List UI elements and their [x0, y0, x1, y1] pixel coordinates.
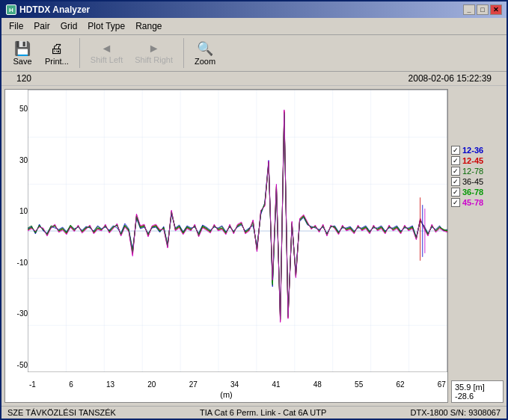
print-label: Print...	[45, 57, 69, 66]
x-label-6: 6	[69, 380, 73, 389]
status-bar: SZE TÁVKÖZLÉSI TANSZÉK TIA Cat 6 Perm. L…	[1, 406, 507, 419]
legend-item-12-78: ✓ 12-78	[451, 167, 504, 176]
toolbar-separator-2	[183, 38, 184, 68]
coord-display: 35.9 [m] -28.6	[451, 380, 504, 403]
plot-container: HDTDX Analyzer 50 30 10 -10 -30 -50	[4, 89, 504, 403]
legend-cb-12-36[interactable]: ✓	[451, 146, 460, 155]
save-label: Save	[13, 57, 31, 66]
shift-left-label: Shift Left	[91, 55, 123, 64]
legend-label-12-45: 12-45	[462, 156, 483, 165]
x-label-34: 34	[230, 380, 239, 389]
x-label-48: 48	[313, 380, 322, 389]
zoom-label: Zoom	[195, 57, 215, 66]
legend-label-36-78: 36-78	[462, 188, 483, 197]
y-axis: 50 30 10 -10 -30 -50	[5, 90, 29, 372]
legend-label-45-78: 45-78	[462, 198, 483, 207]
legend-label-36-45: 36-45	[462, 177, 483, 186]
y-label-n10: -10	[17, 259, 28, 267]
x-label-13: 13	[106, 380, 114, 389]
y-label-10: 10	[19, 207, 28, 215]
menu-plot-type[interactable]: Plot Type	[83, 19, 129, 33]
main-window: H HDTDX Analyzer _ □ ✕ File Pair Grid Pl…	[0, 0, 508, 420]
x-unit-label: (m)	[220, 390, 233, 399]
plot-area[interactable]: HDTDX Analyzer 50 30 10 -10 -30 -50	[4, 89, 448, 403]
close-button[interactable]: ✕	[490, 4, 502, 15]
x-label-41: 41	[272, 380, 280, 389]
window-controls: _ □ ✕	[463, 4, 502, 15]
toolbar: 💾 Save 🖨 Print... ◄ Shift Left ► Shift R…	[1, 35, 507, 72]
shift-left-icon: ◄	[101, 42, 113, 55]
print-button[interactable]: 🖨 Print...	[40, 40, 73, 67]
window-title: HDTDX Analyzer	[19, 4, 90, 15]
content-area: HDTDX Analyzer 50 30 10 -10 -30 -50	[1, 86, 507, 406]
legend-item-36-45: ✓ 36-45	[451, 177, 504, 186]
chart-wrapper	[28, 90, 447, 372]
status-right: DTX-1800 S/N: 9308067	[411, 408, 501, 417]
legend-cb-36-45[interactable]: ✓	[451, 177, 460, 186]
menu-range[interactable]: Range	[131, 19, 166, 33]
y-label-n30: -30	[17, 309, 28, 318]
title-bar: H HDTDX Analyzer _ □ ✕	[1, 1, 507, 18]
legend-cb-36-78[interactable]: ✓	[451, 188, 460, 197]
right-panel: ✓ 12-36 ✓ 12-45 ✓ 12-78 ✓ 36-45	[451, 89, 504, 403]
print-icon: 🖨	[50, 41, 64, 57]
x-label-67: 67	[438, 380, 446, 389]
info-timestamp: 2008-02-06 15:22:39	[408, 73, 492, 84]
window-icon: H	[6, 4, 16, 15]
legend-item-12-36: ✓ 12-36	[451, 146, 504, 155]
legend-cb-12-45[interactable]: ✓	[451, 156, 460, 165]
menu-file[interactable]: File	[4, 19, 28, 33]
legend-cb-12-78[interactable]: ✓	[451, 167, 460, 176]
info-bar: 120 2008-02-06 15:22:39	[1, 72, 507, 86]
shift-right-button[interactable]: ► Shift Right	[130, 40, 177, 66]
status-left: SZE TÁVKÖZLÉSI TANSZÉK	[7, 408, 116, 417]
info-value: 120	[16, 73, 31, 84]
x-label-n1: -1	[29, 380, 36, 389]
x-label-20: 20	[147, 380, 156, 389]
save-button[interactable]: 💾 Save	[7, 39, 37, 67]
legend-panel: ✓ 12-36 ✓ 12-45 ✓ 12-78 ✓ 36-45	[451, 116, 504, 207]
x-label-62: 62	[396, 380, 404, 389]
y-label-n50: -50	[17, 361, 28, 369]
menu-bar: File Pair Grid Plot Type Range	[1, 18, 507, 35]
legend-item-12-45: ✓ 12-45	[451, 156, 504, 165]
shift-right-label: Shift Right	[135, 55, 173, 64]
toolbar-separator-1	[79, 38, 80, 68]
status-center: TIA Cat 6 Perm. Link - Cat 6A UTP	[200, 408, 326, 417]
menu-grid[interactable]: Grid	[56, 19, 82, 33]
maximize-button[interactable]: □	[477, 4, 489, 15]
legend-item-36-78: ✓ 36-78	[451, 188, 504, 197]
shift-right-icon: ►	[148, 42, 160, 55]
legend-label-12-78: 12-78	[462, 167, 483, 176]
y-label-50: 50	[19, 105, 28, 113]
legend-cb-45-78[interactable]: ✓	[451, 198, 460, 207]
legend-label-12-36: 12-36	[462, 146, 483, 155]
legend-item-45-78: ✓ 45-78	[451, 198, 504, 207]
x-label-27: 27	[189, 380, 198, 389]
zoom-icon: 🔍	[197, 40, 213, 57]
zoom-button[interactable]: 🔍 Zoom	[190, 39, 220, 67]
save-icon: 💾	[14, 40, 31, 57]
y-label-30: 30	[19, 156, 28, 164]
shift-left-button[interactable]: ◄ Shift Left	[86, 40, 127, 66]
chart-svg	[28, 90, 447, 372]
minimize-button[interactable]: _	[463, 4, 475, 15]
menu-pair[interactable]: Pair	[29, 19, 54, 33]
x-axis: -1 6 13 20 27 34 41 48 55 62 67	[28, 380, 447, 389]
x-label-55: 55	[355, 380, 363, 389]
